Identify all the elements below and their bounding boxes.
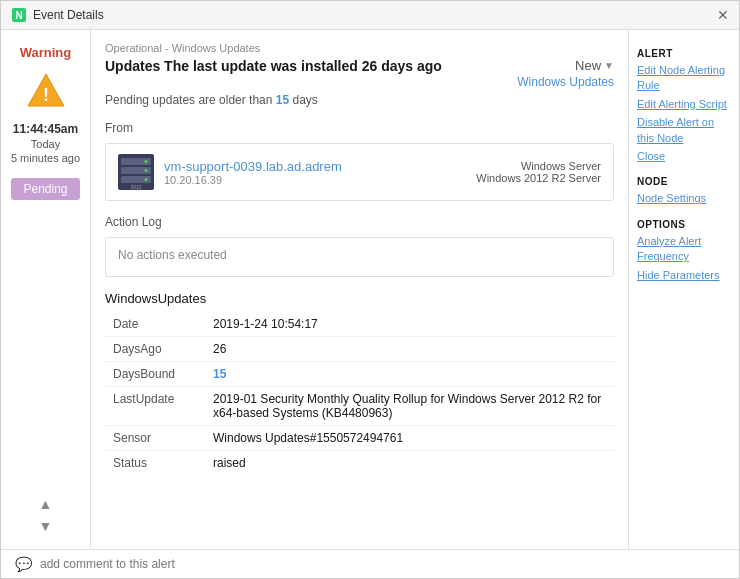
status-badge: Pending	[11, 178, 79, 200]
event-details-window: N Event Details ✕ Warning ! 11:44:45am T…	[0, 0, 740, 579]
svg-text:!: !	[43, 85, 49, 105]
table-cell-key: Date	[105, 312, 205, 337]
close-button[interactable]: ✕	[717, 7, 729, 23]
table-row: DaysAgo26	[105, 337, 614, 362]
breadcrumb: Operational - Windows Updates	[105, 42, 614, 54]
center-panel: Operational - Windows Updates Updates Th…	[91, 30, 629, 549]
table-row: Statusraised	[105, 451, 614, 476]
nav-down-arrow[interactable]: ▼	[39, 518, 53, 534]
from-right: Windows Server Windows 2012 R2 Server	[476, 160, 601, 184]
app-icon: N	[11, 7, 27, 23]
from-node-info: vm-support-0039.lab.ad.adrem 10.20.16.39	[164, 159, 342, 186]
nav-up-arrow[interactable]: ▲	[39, 496, 53, 512]
svg-point-9	[145, 169, 148, 172]
alert-section-title: ALERT	[637, 48, 731, 59]
warning-icon: !	[26, 70, 66, 110]
node-settings-link[interactable]: Node Settings	[637, 191, 731, 206]
event-ago: 5 minutes ago	[11, 152, 80, 164]
table-cell-key: LastUpdate	[105, 387, 205, 426]
edit-alerting-script-link[interactable]: Edit Alerting Script	[637, 97, 731, 112]
dropdown-arrow-icon: ▼	[604, 60, 614, 71]
subtitle-days: 15	[276, 93, 289, 107]
hide-parameters-link[interactable]: Hide Parameters	[637, 268, 731, 283]
event-time: 11:44:45am	[13, 122, 78, 136]
svg-text:N: N	[15, 10, 22, 21]
titlebar: N Event Details ✕	[1, 1, 739, 30]
action-log-box: No actions executed	[105, 237, 614, 277]
table-cell-key: Status	[105, 451, 205, 476]
node-ip: 10.20.16.39	[164, 174, 342, 186]
table-cell-value: raised	[205, 451, 614, 476]
table-cell-key: DaysAgo	[105, 337, 205, 362]
event-subtitle: Pending updates are older than 15 days	[105, 93, 614, 107]
windows-updates-link[interactable]: Windows Updates	[517, 75, 614, 89]
subtitle-prefix: Pending updates are older than	[105, 93, 276, 107]
table-cell-value: 26	[205, 337, 614, 362]
table-cell-value: Windows Updates#1550572494761	[205, 426, 614, 451]
from-left: 2012 vm-support-0039.lab.ad.adrem 10.20.…	[118, 154, 342, 190]
right-panel: ALERT Edit Node Alerting Rule Edit Alert…	[629, 30, 739, 549]
table-cell-key: Sensor	[105, 426, 205, 451]
node-version: Windows 2012 R2 Server	[476, 172, 601, 184]
severity-label: Warning	[20, 45, 72, 60]
table-row: Date2019-1-24 10:54:17	[105, 312, 614, 337]
svg-text:2012: 2012	[130, 184, 141, 190]
subtitle-suffix: days	[289, 93, 318, 107]
close-alert-link[interactable]: Close	[637, 149, 731, 164]
window-title: Event Details	[33, 8, 717, 22]
comment-input[interactable]	[40, 557, 725, 571]
table-cell-value: 2019-01 Security Monthly Quality Rollup …	[205, 387, 614, 426]
analyze-alert-frequency-link[interactable]: Analyze Alert Frequency	[637, 234, 731, 265]
svg-point-8	[145, 160, 148, 163]
left-panel: Warning ! 11:44:45am Today 5 minutes ago…	[1, 30, 91, 549]
table-row: SensorWindows Updates#1550572494761	[105, 426, 614, 451]
comment-icon: 💬	[15, 556, 32, 572]
edit-node-alerting-rule-link[interactable]: Edit Node Alerting Rule	[637, 63, 731, 94]
node-os: Windows Server	[476, 160, 601, 172]
event-header: Updates The last update was installed 26…	[105, 58, 614, 89]
data-section-title: WindowsUpdates	[105, 291, 614, 306]
event-title: Updates The last update was installed 26…	[105, 58, 509, 74]
svg-point-10	[145, 178, 148, 181]
from-label: From	[105, 121, 614, 135]
bottom-bar: 💬	[1, 549, 739, 578]
data-table: Date2019-1-24 10:54:17DaysAgo26DaysBound…	[105, 312, 614, 475]
table-cell-key: DaysBound	[105, 362, 205, 387]
server-icon: 2012	[118, 154, 154, 190]
table-cell-value: 2019-1-24 10:54:17	[205, 312, 614, 337]
table-row: DaysBound15	[105, 362, 614, 387]
action-log-label: Action Log	[105, 215, 614, 229]
table-cell-value: 15	[205, 362, 614, 387]
status-dropdown[interactable]: New ▼ Windows Updates	[517, 58, 614, 89]
from-box: 2012 vm-support-0039.lab.ad.adrem 10.20.…	[105, 143, 614, 201]
node-name[interactable]: vm-support-0039.lab.ad.adrem	[164, 159, 342, 174]
nav-arrows: ▲ ▼	[39, 496, 53, 534]
main-content: Warning ! 11:44:45am Today 5 minutes ago…	[1, 30, 739, 549]
no-actions-text: No actions executed	[118, 248, 227, 262]
table-row: LastUpdate2019-01 Security Monthly Quali…	[105, 387, 614, 426]
status-new-label: New	[575, 58, 601, 73]
options-section-title: OPTIONS	[637, 219, 731, 230]
event-date: Today	[31, 138, 60, 150]
node-section-title: NODE	[637, 176, 731, 187]
disable-alert-link[interactable]: Disable Alert on this Node	[637, 115, 731, 146]
